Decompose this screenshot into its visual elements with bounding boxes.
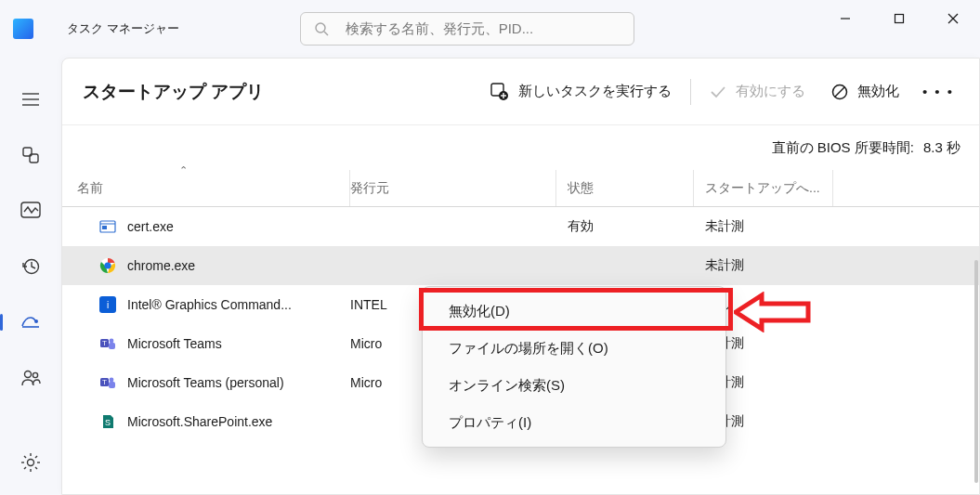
context-menu: 無効化(D)ファイルの場所を開く(O)オンライン検索(S)プロパティ(I) — [422, 286, 726, 448]
svg-point-13 — [34, 319, 38, 323]
svg-text:T: T — [102, 378, 107, 386]
row-name: Intel® Graphics Command... — [127, 297, 292, 312]
app-row-icon: T — [99, 335, 116, 352]
bios-time: 直前の BIOS 所要時間: 8.3 秒 — [62, 125, 979, 170]
svg-point-16 — [33, 372, 37, 377]
sidebar-menu-button[interactable] — [12, 84, 49, 115]
row-impact: 未計測 — [694, 207, 833, 246]
search-placeholder: 検索する名前、発行元、PID... — [346, 20, 534, 38]
row-name: Microsoft Teams (personal) — [127, 375, 284, 390]
svg-line-1 — [324, 32, 328, 35]
app-icon — [13, 19, 33, 39]
sidebar-item-performance[interactable] — [12, 195, 49, 227]
enable-button: 有効にする — [697, 73, 818, 111]
svg-line-31 — [835, 87, 844, 97]
svg-text:T: T — [102, 339, 107, 347]
svg-point-0 — [316, 23, 325, 33]
column-name[interactable]: 名前 ⌃ — [62, 170, 350, 206]
sidebar-item-startup[interactable] — [12, 306, 49, 338]
titlebar: タスク マネージャー 検索する名前、発行元、PID... — [0, 0, 980, 58]
sort-indicator-icon: ⌃ — [179, 164, 188, 176]
scrollbar-thumb[interactable] — [974, 260, 978, 483]
new-task-button[interactable]: 新しいタスクを実行する — [477, 73, 685, 111]
check-icon — [710, 85, 726, 98]
app-row-icon — [99, 257, 116, 274]
svg-point-17 — [28, 460, 34, 466]
row-name: Microsoft Teams — [127, 336, 222, 351]
disable-button[interactable]: 無効化 — [818, 73, 912, 111]
column-publisher[interactable]: 発行元 — [350, 170, 556, 206]
app-title: タスク マネージャー — [67, 20, 179, 37]
svg-line-25 — [24, 467, 26, 469]
sidebar-item-settings[interactable] — [12, 447, 49, 478]
row-status — [556, 246, 694, 285]
svg-point-15 — [25, 371, 32, 378]
row-name: chrome.exe — [127, 258, 195, 273]
more-button[interactable]: • • • — [920, 73, 957, 111]
svg-line-24 — [35, 456, 37, 458]
bios-time-label: 直前の BIOS 所要時間: — [772, 139, 914, 157]
disable-icon — [831, 84, 848, 100]
enable-label: 有効にする — [736, 83, 805, 100]
svg-rect-43 — [109, 343, 115, 349]
bios-time-value: 8.3 秒 — [923, 139, 960, 157]
context-menu-item[interactable]: ファイルの場所を開く(O) — [423, 330, 725, 367]
app-row-icon: S — [99, 413, 116, 430]
row-publisher — [350, 246, 556, 285]
column-impact[interactable]: スタートアップへ... — [694, 170, 833, 206]
table-row[interactable]: chrome.exe未計測 — [62, 246, 979, 285]
search-input[interactable]: 検索する名前、発行元、PID... — [300, 12, 634, 46]
new-task-label: 新しいタスクを実行する — [518, 83, 672, 100]
svg-point-46 — [110, 378, 114, 383]
context-menu-item[interactable]: 無効化(D) — [423, 293, 725, 330]
sidebar-item-processes[interactable] — [12, 139, 49, 171]
app-row-icon: T — [99, 374, 116, 391]
disable-label: 無効化 — [857, 83, 899, 100]
sidebar-item-history[interactable] — [12, 251, 49, 282]
svg-text:i: i — [107, 300, 109, 310]
row-name: cert.exe — [127, 219, 174, 234]
row-name: Microsoft.SharePoint.exe — [127, 414, 272, 429]
window-controls — [818, 0, 980, 37]
minimize-button[interactable] — [818, 0, 872, 37]
maximize-button[interactable] — [872, 0, 926, 37]
context-menu-item[interactable]: オンライン検索(S) — [423, 367, 725, 404]
table-row[interactable]: cert.exe有効未計測 — [62, 207, 979, 246]
sidebar-item-users[interactable] — [12, 362, 49, 394]
new-task-icon — [490, 83, 509, 101]
table-header: 名前 ⌃ 発行元 状態 スタートアップへ... — [62, 170, 979, 207]
app-row-icon: i — [99, 296, 116, 313]
svg-text:S: S — [105, 418, 111, 427]
row-impact: 未計測 — [694, 246, 833, 285]
svg-rect-34 — [102, 226, 107, 229]
row-publisher — [350, 207, 556, 246]
separator — [690, 79, 691, 105]
svg-line-23 — [35, 467, 37, 469]
svg-rect-47 — [109, 382, 115, 388]
sidebar — [0, 58, 61, 495]
svg-point-42 — [110, 339, 114, 344]
page-title: スタートアップ アプリ — [83, 80, 264, 104]
svg-line-22 — [24, 456, 26, 458]
page-header: スタートアップ アプリ 新しいタスクを実行する 有効にする 無効化 • • • — [62, 59, 979, 125]
context-menu-item[interactable]: プロパティ(I) — [423, 404, 725, 441]
row-status: 有効 — [556, 207, 694, 246]
column-status[interactable]: 状態 — [556, 170, 694, 206]
search-icon — [314, 21, 329, 36]
app-row-icon — [99, 218, 116, 235]
svg-rect-3 — [895, 15, 904, 23]
gear-icon — [20, 452, 41, 473]
close-button[interactable] — [926, 0, 980, 37]
